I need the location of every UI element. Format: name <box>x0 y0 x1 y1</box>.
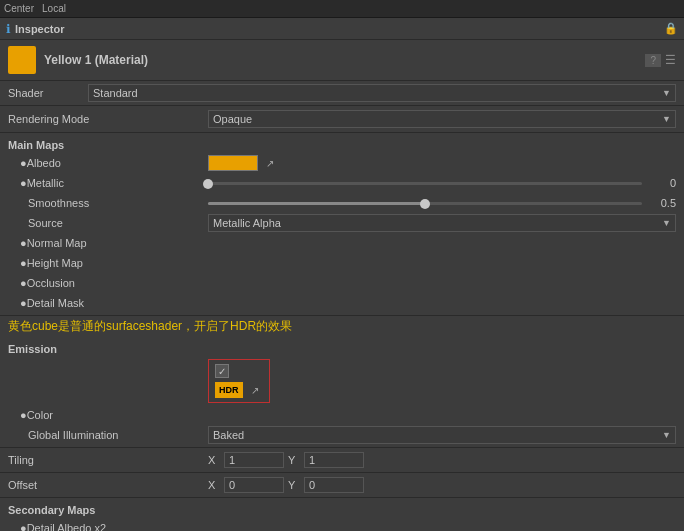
rendering-row: Rendering Mode Opaque ▼ <box>8 108 676 130</box>
rendering-label: Rendering Mode <box>8 113 208 125</box>
tiling1-x-label: X <box>208 454 222 466</box>
inspector-panel: ℹ Inspector 🔒 Yellow 1 (Material) ? ☰ Sh… <box>0 18 684 531</box>
occlusion-row: ●Occlusion <box>8 273 676 293</box>
metallic-row: ●Metallic 0 <box>8 173 676 193</box>
annotation-text: 黄色cube是普通的surfaceshader，开启了HDR的效果 <box>8 315 292 337</box>
offset1-y-field: Y <box>288 477 364 493</box>
tiling1-y-field: Y <box>288 452 364 468</box>
gi-chevron-icon: ▼ <box>662 430 671 440</box>
source-row: Source Metallic Alpha ▼ <box>8 213 676 233</box>
tiling1-y-input[interactable] <box>304 452 364 468</box>
offset1-x-field: X <box>208 477 284 493</box>
albedo-row: ●Albedo ↗ <box>8 153 676 173</box>
offset1-section: Offset X Y <box>0 473 684 498</box>
global-illumination-label: Global Illumination <box>8 429 208 441</box>
secondary-maps-title: Secondary Maps <box>8 500 676 518</box>
smoothness-row: Smoothness 0.5 <box>8 193 676 213</box>
emission-color-row: ●Color <box>8 405 676 425</box>
lock-icon[interactable]: 🔒 <box>664 22 678 35</box>
emission-checkbox-row <box>215 364 263 378</box>
material-name: Yellow 1 (Material) <box>44 53 148 67</box>
smoothness-label: Smoothness <box>8 197 208 209</box>
inspector-title: Inspector <box>15 23 65 35</box>
offset1-y-input[interactable] <box>304 477 364 493</box>
offset1-x-label: X <box>208 479 222 491</box>
albedo-label: ●Albedo <box>8 157 208 169</box>
tiling1-row: Tiling X Y <box>8 450 676 470</box>
emission-controls: HDR ↗ <box>208 359 270 403</box>
help-icon[interactable]: ? <box>645 54 661 67</box>
annotation-area: 黄色cube是普通的surfaceshader，开启了HDR的效果 <box>0 316 684 337</box>
emission-hdr-row: HDR ↗ <box>215 382 263 398</box>
tiling1-label: Tiling <box>8 454 208 466</box>
global-illumination-row: Global Illumination Baked ▼ <box>8 425 676 445</box>
offset1-label: Offset <box>8 479 208 491</box>
tiling1-x-field: X <box>208 452 284 468</box>
tiling1-x-input[interactable] <box>224 452 284 468</box>
normal-map-row: ●Normal Map <box>8 233 676 253</box>
hdr-button[interactable]: HDR <box>215 382 243 398</box>
normal-map-label: ●Normal Map <box>8 237 208 249</box>
global-illumination-dropdown[interactable]: Baked ▼ <box>208 426 676 444</box>
local-button[interactable]: Local <box>42 3 66 14</box>
detail-albedo-row: ●Detail Albedo x2 <box>8 518 676 531</box>
shader-label: Shader <box>8 87 88 99</box>
offset1-xy: X Y <box>208 477 676 493</box>
rendering-section: Rendering Mode Opaque ▼ <box>0 106 684 133</box>
top-bar: Center Local <box>0 0 684 18</box>
offset1-x-input[interactable] <box>224 477 284 493</box>
emission-checkbox[interactable] <box>215 364 229 378</box>
main-maps-title: Main Maps <box>8 135 676 153</box>
tiling1-xy: X Y <box>208 452 676 468</box>
tiling1-y-label: Y <box>288 454 302 466</box>
source-dropdown[interactable]: Metallic Alpha ▼ <box>208 214 676 232</box>
metallic-slider-container: 0 <box>208 177 676 189</box>
detail-mask-row: ●Detail Mask <box>8 293 676 313</box>
height-map-row: ●Height Map <box>8 253 676 273</box>
tiling1-section: Tiling X Y <box>0 448 684 473</box>
settings-icon[interactable]: ☰ <box>665 53 676 67</box>
rendering-dropdown[interactable]: Opaque ▼ <box>208 110 676 128</box>
material-header: Yellow 1 (Material) ? ☰ <box>0 40 684 81</box>
metallic-value: 0 <box>646 177 676 189</box>
emission-title: Emission <box>8 339 676 357</box>
source-chevron-icon: ▼ <box>662 218 671 228</box>
detail-albedo-label: ●Detail Albedo x2 <box>8 522 208 531</box>
smoothness-slider-container: 0.5 <box>208 197 676 209</box>
height-map-label: ●Height Map <box>8 257 208 269</box>
emission-section: Emission HDR ↗ ●Color Global Illuminati <box>0 337 684 448</box>
offset1-row: Offset X Y <box>8 475 676 495</box>
shader-row: Shader Standard ▼ <box>0 81 684 106</box>
smoothness-slider-track[interactable] <box>208 202 642 205</box>
metallic-label: ●Metallic <box>8 177 208 189</box>
center-button[interactable]: Center <box>4 3 34 14</box>
albedo-arrow-icon[interactable]: ↗ <box>262 155 278 171</box>
shader-chevron-icon: ▼ <box>662 88 671 98</box>
material-icon <box>8 46 36 74</box>
albedo-swatch[interactable] <box>208 155 258 171</box>
main-maps-section: Main Maps ●Albedo ↗ ●Metallic 0 Smoothne… <box>0 133 684 316</box>
source-label: Source <box>8 217 208 229</box>
info-icon: ℹ <box>6 22 11 36</box>
emission-color-label: ●Color <box>8 409 208 421</box>
hdr-arrow-icon[interactable]: ↗ <box>247 382 263 398</box>
rendering-chevron-icon: ▼ <box>662 114 671 124</box>
smoothness-value: 0.5 <box>646 197 676 209</box>
detail-mask-label: ●Detail Mask <box>8 297 208 309</box>
inspector-header: ℹ Inspector 🔒 <box>0 18 684 40</box>
secondary-maps-section: Secondary Maps ●Detail Albedo x2 ●Normal… <box>0 498 684 531</box>
occlusion-label: ●Occlusion <box>8 277 208 289</box>
shader-dropdown[interactable]: Standard ▼ <box>88 84 676 102</box>
metallic-slider-track[interactable] <box>208 182 642 185</box>
offset1-y-label: Y <box>288 479 302 491</box>
